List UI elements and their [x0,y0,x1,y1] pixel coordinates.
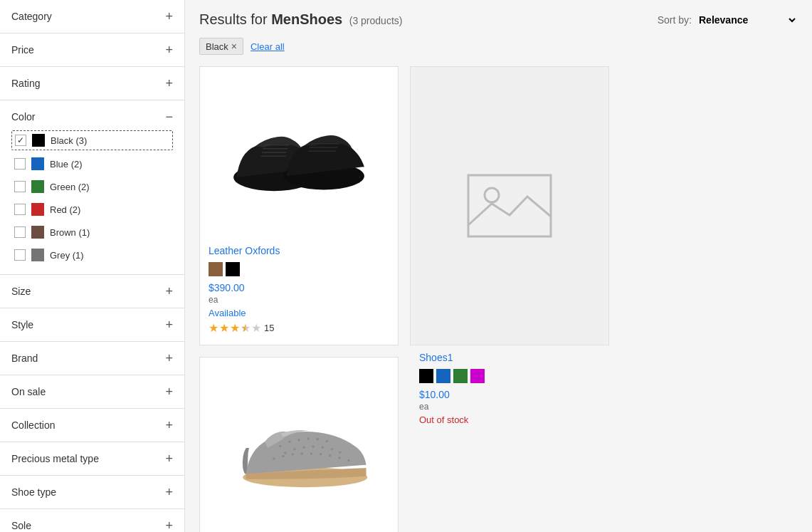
product-color-swatch-2[interactable] [453,369,468,383]
color-name-1: Blue (2) [50,159,83,169]
product-price: $390.00 [209,282,389,293]
svg-point-22 [322,446,325,449]
product-unit: ea [419,402,600,412]
product-color-swatch-3[interactable] [470,369,485,383]
product-colors [419,369,600,383]
product-info: Running Shoe $60.00 $20.00 ea Available [200,528,398,532]
color-filter-label: Color [11,111,35,122]
filter-section-category[interactable]: Category + [0,0,184,33]
main-content: Results for MenShoes (3 products) Sort b… [185,0,812,532]
active-filters: Black × Clear all [199,38,798,55]
svg-point-21 [312,446,315,449]
filter-icon-on-sale: + [165,385,173,398]
stars: ★★★ ★ ★ ★ [209,321,261,335]
svg-point-28 [301,452,304,455]
filter-section-style[interactable]: Style + [0,308,184,342]
filter-icon-sole: + [165,519,173,532]
svg-point-19 [293,448,296,451]
svg-point-13 [288,441,291,444]
clear-all-button[interactable]: Clear all [251,41,285,52]
oxford-shoe-image [228,103,370,202]
filter-label-brand: Brand [11,353,38,364]
color-option-2[interactable]: Green (2) [11,177,173,196]
filter-section-sole[interactable]: Sole + [0,509,184,532]
product-status: Out of stock [419,414,600,425]
star-filled: ★ [219,321,229,335]
filter-icon-size: + [165,285,173,298]
filter-section-brand[interactable]: Brand + [0,342,184,375]
color-options: Black (3) Blue (2) Green (2) Red (2) Bro… [11,130,173,264]
filter-section-shoe-type[interactable]: Shoe type + [0,476,184,509]
product-name-leather-oxfords[interactable]: Leather Oxfords [209,245,389,256]
star-filled: ★ [209,321,218,335]
svg-point-12 [279,445,282,448]
product-color-swatch-1[interactable] [226,262,240,276]
svg-point-32 [338,457,341,459]
color-name-5: Grey (1) [50,250,84,261]
star-half: ★ ★ [241,321,251,335]
color-swatch-3 [31,203,44,216]
color-checkbox-0 [15,135,26,146]
svg-point-18 [284,452,287,454]
filter-label-category: Category [11,11,52,22]
color-option-5[interactable]: Grey (1) [11,246,173,264]
running-shoe-image [224,393,374,493]
filter-icon-brand: + [165,352,173,365]
color-swatch-0 [32,134,45,147]
product-unit: ea [209,295,389,305]
rating-count: 15 [264,323,274,333]
product-count: (3 products) [349,15,403,26]
product-price: $10.00 [419,389,600,400]
product-image-running-shoe [200,358,398,528]
product-card-shoes1: Shoes1 $10.00 ea Out of stock [410,66,609,345]
color-checkbox-4 [14,226,26,238]
svg-point-17 [326,440,329,443]
color-checkbox-3 [14,204,26,215]
product-color-swatch-1[interactable] [436,369,450,383]
filter-section-precious-metal[interactable]: Precious metal type + [0,442,184,476]
filter-label-price: Price [11,44,34,56]
svg-point-10 [485,188,499,202]
product-color-swatch-0[interactable] [419,369,433,383]
product-name-shoes1[interactable]: Shoes1 [419,352,600,363]
product-color-swatch-0[interactable] [209,262,223,276]
results-for-text: Results for [199,11,268,27]
sort-select[interactable]: RelevancePrice: Low to HighPrice: High t… [696,14,798,26]
color-option-4[interactable]: Brown (1) [11,223,173,241]
filter-tag: Black × [199,38,243,55]
svg-point-23 [331,448,334,451]
svg-point-20 [302,446,305,449]
color-option-0[interactable]: Black (3) [11,130,173,150]
color-option-3[interactable]: Red (2) [11,200,173,219]
filter-label-on-sale: On sale [11,386,46,397]
filter-icon-rating: + [165,77,173,90]
color-filter-section: Color − Black (3) Blue (2) Green (2) Red… [0,100,184,275]
filter-icon-precious-metal: + [165,452,173,465]
svg-point-26 [282,455,285,458]
product-info: Leather Oxfords $390.00 ea Available ★★★… [200,238,398,345]
color-swatch-1 [31,157,44,170]
filter-label-precious-metal: Precious metal type [11,453,99,464]
sidebar: Category + Price + Rating + Color − Blac… [0,0,185,532]
filter-section-rating[interactable]: Rating + [0,67,184,100]
svg-point-31 [329,454,332,457]
filter-section-on-sale[interactable]: On sale + [0,375,184,409]
color-filter-collapse-icon[interactable]: − [165,110,173,123]
sort-area: Sort by: RelevancePrice: Low to HighPric… [658,14,798,26]
filter-section-price[interactable]: Price + [0,33,184,67]
color-option-1[interactable]: Blue (2) [11,155,173,173]
filter-section-collection[interactable]: Collection + [0,409,184,442]
product-info: Shoes1 $10.00 ea Out of stock [411,345,608,438]
svg-point-16 [317,438,320,441]
filter-section-size[interactable]: Size + [0,275,184,308]
color-name-0: Black (3) [51,135,87,146]
svg-point-27 [292,453,295,456]
svg-point-30 [320,453,322,456]
filter-label-style: Style [11,319,33,330]
filter-tag-label: Black [206,41,228,52]
filter-tag-remove[interactable]: × [231,41,237,52]
svg-point-24 [339,451,342,454]
filter-icon-collection: + [165,419,173,432]
product-card-leather-oxfords: Leather Oxfords $390.00 ea Available ★★★… [199,66,399,345]
filter-label-rating: Rating [11,78,40,89]
